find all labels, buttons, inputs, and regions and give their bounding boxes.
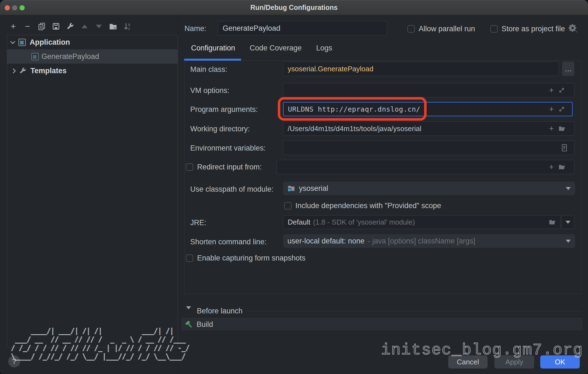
tree-item-label: Application	[30, 38, 70, 47]
move-down-button[interactable]	[95, 22, 103, 30]
tab-bar: Configuration Code Coverage Logs	[191, 44, 332, 52]
working-directory-input[interactable]	[283, 121, 574, 136]
build-task-label: Build	[197, 320, 213, 329]
titlebar: Run/Debug Configurations	[0, 0, 588, 15]
jre-dropdown-button[interactable]	[562, 215, 574, 229]
wrench-icon	[19, 67, 27, 75]
program-arguments-field-icons: +	[549, 102, 588, 116]
remove-configuration-button[interactable]: −	[23, 22, 32, 30]
redirect-input-option: Redirect input from:	[186, 163, 262, 171]
jre-hint: (1.8 - SDK of 'ysoserial' module)	[313, 218, 415, 226]
svg-text:z: z	[128, 27, 130, 31]
open-folder-icon[interactable]	[558, 163, 565, 171]
redirect-input-input[interactable]	[276, 160, 574, 174]
form-snapshots-checkbox[interactable]	[186, 254, 193, 262]
use-classpath-label: Use classpath of module:	[190, 185, 273, 194]
add-configuration-button[interactable]: +	[9, 22, 17, 30]
minus-icon: −	[25, 22, 30, 31]
application-icon	[18, 39, 26, 46]
before-launch-task-build[interactable]: Build	[181, 318, 583, 331]
tree-group-templates[interactable]: Templates	[7, 64, 178, 78]
browse-main-class-button[interactable]: …	[562, 62, 574, 76]
shorten-command-line-hint: - java [options] className [args]	[368, 237, 475, 245]
tree-group-application[interactable]: Application	[7, 35, 178, 49]
open-folder-icon[interactable]	[549, 219, 556, 226]
macro-plus-icon[interactable]: +	[549, 163, 554, 171]
chevron-right-icon[interactable]	[11, 68, 16, 73]
tab-logs[interactable]: Logs	[316, 44, 332, 52]
down-arrow-icon	[96, 25, 102, 28]
sort-configurations-button[interactable]: a z	[123, 22, 131, 30]
tab-code-coverage[interactable]: Code Coverage	[250, 44, 302, 52]
shorten-command-line-combobox[interactable]: user-local default: none - java [options…	[283, 234, 575, 248]
open-folder-icon[interactable]	[558, 125, 565, 132]
build-hammer-icon	[185, 320, 193, 329]
form-snapshots-label: Enable capturing form snapshots	[197, 254, 306, 262]
module-classpath-value: ysoserial	[299, 184, 328, 193]
sort-az-icon: a z	[123, 22, 131, 30]
tab-configuration[interactable]: Configuration	[191, 44, 235, 52]
before-launch-collapse-toggle[interactable]	[186, 309, 191, 314]
working-directory-label: Working directory:	[190, 125, 250, 133]
wrench-icon	[66, 22, 74, 30]
ok-button[interactable]: OK	[540, 355, 580, 369]
macro-plus-icon[interactable]: +	[549, 105, 554, 113]
expand-field-icon[interactable]	[558, 106, 565, 112]
before-launch-separator	[246, 311, 581, 311]
environment-variables-input[interactable]	[283, 141, 574, 155]
store-options-gear-button[interactable]	[568, 23, 578, 34]
active-tab-indicator	[184, 59, 241, 61]
redirect-input-field-icons: +	[549, 160, 588, 174]
vm-options-field-icons: +	[549, 83, 588, 97]
tree-item-generatepayload[interactable]: GeneratePayload	[7, 49, 178, 64]
allow-parallel-run-label: Allow parallel run	[419, 25, 475, 33]
copy-icon	[38, 22, 46, 30]
triangle-down-icon	[186, 306, 191, 314]
copy-configuration-button[interactable]	[38, 22, 46, 30]
application-icon	[31, 53, 39, 60]
environment-variables-field-icons	[561, 141, 588, 155]
module-classpath-combobox[interactable]: ysoserial	[283, 182, 575, 195]
window-title: Run/Debug Configurations	[0, 4, 588, 12]
cancel-button[interactable]: Cancel	[448, 355, 488, 369]
main-class-label: Main class:	[190, 65, 227, 74]
up-arrow-icon	[82, 25, 88, 28]
chevron-down-icon[interactable]	[566, 240, 571, 243]
edit-templates-button[interactable]	[66, 22, 74, 30]
apply-button[interactable]: Apply	[494, 355, 534, 369]
jre-label: JRE:	[190, 219, 206, 227]
working-directory-field-icons: +	[549, 121, 588, 136]
vm-options-input[interactable]	[283, 83, 574, 97]
edit-variables-icon[interactable]	[561, 144, 568, 152]
plus-icon: +	[11, 22, 16, 31]
main-class-input[interactable]	[283, 62, 559, 76]
move-up-button[interactable]	[80, 22, 89, 30]
expand-field-icon[interactable]	[558, 87, 565, 93]
create-folder-button[interactable]	[109, 22, 117, 30]
save-configuration-button[interactable]	[52, 22, 60, 30]
program-arguments-label: Program arguments:	[190, 105, 258, 114]
vm-options-label: VM options:	[190, 86, 229, 95]
redirect-input-label: Redirect input from:	[197, 163, 262, 171]
macro-plus-icon[interactable]: +	[549, 86, 554, 94]
allow-parallel-run-checkbox[interactable]	[407, 25, 415, 33]
chevron-down-icon[interactable]	[566, 187, 571, 190]
run-debug-configurations-dialog: Run/Debug Configurations + −	[0, 0, 588, 374]
redirect-input-checkbox[interactable]	[186, 163, 193, 171]
program-arguments-input[interactable]	[283, 102, 573, 116]
gear-icon	[568, 23, 578, 33]
name-label: Name:	[184, 24, 206, 33]
chevron-down-icon[interactable]	[10, 39, 15, 44]
new-folder-icon	[109, 22, 117, 30]
name-input[interactable]	[218, 21, 387, 35]
macro-plus-icon[interactable]: +	[549, 124, 554, 133]
include-provided-checkbox[interactable]	[284, 202, 292, 209]
jre-combobox[interactable]: Default (1.8 - SDK of 'ysoserial' module…	[283, 215, 561, 229]
help-button[interactable]: ?	[8, 355, 20, 367]
shorten-command-line-label: Shorten command line:	[190, 238, 267, 246]
save-icon	[52, 22, 60, 30]
store-as-project-file-option: Store as project file	[490, 25, 565, 33]
shorten-command-line-value: user-local default: none	[287, 237, 365, 245]
store-as-project-file-checkbox[interactable]	[490, 25, 498, 33]
include-provided-option: Include dependencies with "Provided" sco…	[284, 202, 441, 210]
